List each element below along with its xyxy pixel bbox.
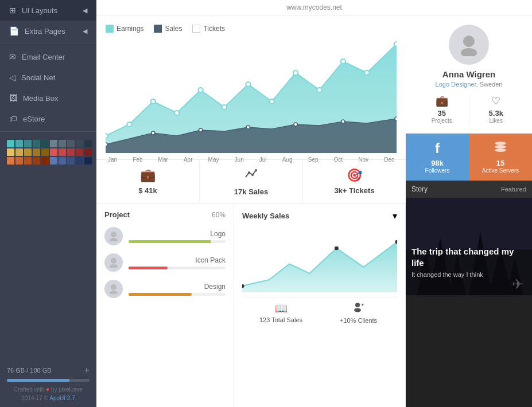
sidebar-item-social-net[interactable]: ◁ Social Net	[0, 67, 96, 88]
legend-sales-label: Sales	[165, 25, 182, 33]
color-theme-grid	[0, 135, 96, 169]
swatch[interactable]	[33, 140, 40, 147]
sidebar-divider-2	[0, 131, 96, 132]
legend-earnings: Earnings	[106, 25, 143, 33]
profile-title: Logo Designer, Sweden	[436, 81, 503, 88]
arrow-icon: ◀	[83, 28, 87, 35]
facebook-icon: f	[435, 140, 440, 156]
chart-dot	[106, 143, 107, 146]
svg-text:+: +	[361, 302, 364, 308]
project-name-design: Design	[129, 283, 226, 291]
weekly-stat-clients: + +10% Clients	[320, 302, 397, 324]
svg-point-1	[251, 174, 254, 176]
likes-label: Likes	[490, 118, 503, 124]
svg-point-10	[354, 308, 361, 312]
profile-stats: 💼 35 Projects ♡ 5.3k Likes	[415, 95, 523, 124]
appui-link[interactable]: AppUI 2.7	[49, 395, 75, 401]
swatch[interactable]	[84, 157, 92, 165]
bottom-row: Project 60% Logo	[96, 203, 406, 407]
swatch[interactable]	[84, 140, 92, 147]
svg-point-4	[110, 238, 118, 241]
project-info-logo: Logo	[129, 230, 226, 243]
sidebar-item-email-center[interactable]: ✉ Email Center	[0, 46, 96, 67]
sidebar-item-extra-pages[interactable]: 📄 Extra Pages ◀	[0, 21, 96, 41]
chart-dot	[151, 99, 156, 104]
chart-icon	[244, 168, 258, 184]
site-url: www.mycodes.net	[286, 3, 342, 11]
storage-bar-background	[7, 379, 90, 382]
storage-add-button[interactable]: +	[84, 365, 90, 375]
swatch[interactable]	[33, 157, 40, 165]
legend-sales: Sales	[154, 25, 182, 33]
swatch[interactable]	[15, 140, 23, 147]
swatch[interactable]	[7, 140, 14, 147]
chevron-down-icon[interactable]: ▾	[393, 210, 397, 221]
swatch[interactable]	[7, 157, 14, 165]
chart-dot	[294, 123, 297, 126]
swatch[interactable]	[67, 148, 75, 156]
swatch[interactable]	[15, 148, 23, 156]
swatch[interactable]	[59, 140, 66, 147]
stat-tickets: 🎯 3k+ Tickets	[303, 160, 406, 203]
facebook-button[interactable]: f 98k Followers	[406, 134, 469, 181]
chart-dot	[246, 82, 250, 87]
project-item-design: Design	[104, 280, 226, 298]
swatch[interactable]	[76, 157, 83, 165]
chart-dot	[199, 128, 202, 132]
swatch[interactable]	[41, 140, 49, 147]
weekly-area	[242, 242, 397, 292]
swatch[interactable]	[76, 148, 83, 156]
server-icon	[494, 140, 507, 156]
profile-stat-projects: 💼 35 Projects	[415, 95, 469, 124]
svg-point-15	[495, 145, 506, 148]
legend-earnings-box	[106, 25, 114, 33]
main-content: www.mycodes.net Earnings Sales	[96, 0, 532, 407]
profile-location: Sweden	[480, 81, 503, 88]
sidebar-item-media-box[interactable]: 🖼 Media Box	[0, 88, 96, 108]
chart-dot	[222, 105, 227, 109]
swatch[interactable]	[67, 140, 75, 147]
ui-layouts-icon: ⊞	[9, 6, 16, 15]
chart-dot	[335, 246, 339, 251]
swatch[interactable]	[15, 157, 23, 165]
swatch[interactable]	[33, 148, 40, 156]
stat-tickets-value: 3k+ Tickets	[334, 186, 374, 195]
storage-usage-text: 76 GB / 100 GB	[7, 367, 52, 374]
sidebar-item-label: Social Net	[21, 73, 55, 82]
social-icon: ◁	[9, 73, 15, 82]
facebook-label: Followers	[425, 167, 450, 174]
legend-sales-box	[154, 25, 162, 33]
project-item-logo: Logo	[104, 227, 226, 245]
swatch[interactable]	[7, 148, 14, 156]
swatch[interactable]	[50, 148, 57, 156]
swatch[interactable]	[67, 157, 75, 165]
swatch[interactable]	[84, 148, 92, 156]
swatch[interactable]	[41, 148, 49, 156]
sidebar-item-estore[interactable]: 🏷 eStore	[0, 108, 96, 129]
legend-tickets: Tickets	[192, 25, 225, 33]
swatch[interactable]	[76, 140, 83, 147]
swatch[interactable]	[59, 157, 66, 165]
swatch[interactable]	[24, 157, 32, 165]
progress-bg-design	[129, 293, 226, 296]
avatar-logo	[104, 227, 123, 245]
sidebar-item-label: UI Layouts	[22, 6, 57, 15]
chart-month-labels: Jan Feb Mar Apr May Jun Jul Aug Sep Oct …	[106, 155, 397, 164]
svg-point-13	[461, 48, 477, 56]
weekly-chart-area	[242, 229, 397, 292]
swatch[interactable]	[59, 148, 66, 156]
stat-revenue-value: $ 41k	[138, 186, 157, 195]
swatch[interactable]	[50, 140, 57, 147]
profile-role: Logo Designer	[436, 81, 476, 88]
swatch[interactable]	[50, 157, 57, 165]
project-name-logo: Logo	[129, 230, 226, 238]
sidebar-item-ui-layouts[interactable]: ⊞ UI Layouts ◀	[0, 0, 96, 21]
swatch[interactable]	[24, 140, 32, 147]
dribbble-button[interactable]: 15 Active Servers	[469, 134, 532, 181]
swatch[interactable]	[24, 148, 32, 156]
chart-card: Earnings Sales Tickets	[96, 15, 406, 159]
content-area: Earnings Sales Tickets	[96, 15, 532, 407]
sidebar-item-label: Extra Pages	[25, 27, 65, 36]
swatch[interactable]	[41, 157, 49, 165]
chart-container: Jan Feb Mar Apr May Jun Jul Aug Sep Oct …	[106, 38, 397, 153]
